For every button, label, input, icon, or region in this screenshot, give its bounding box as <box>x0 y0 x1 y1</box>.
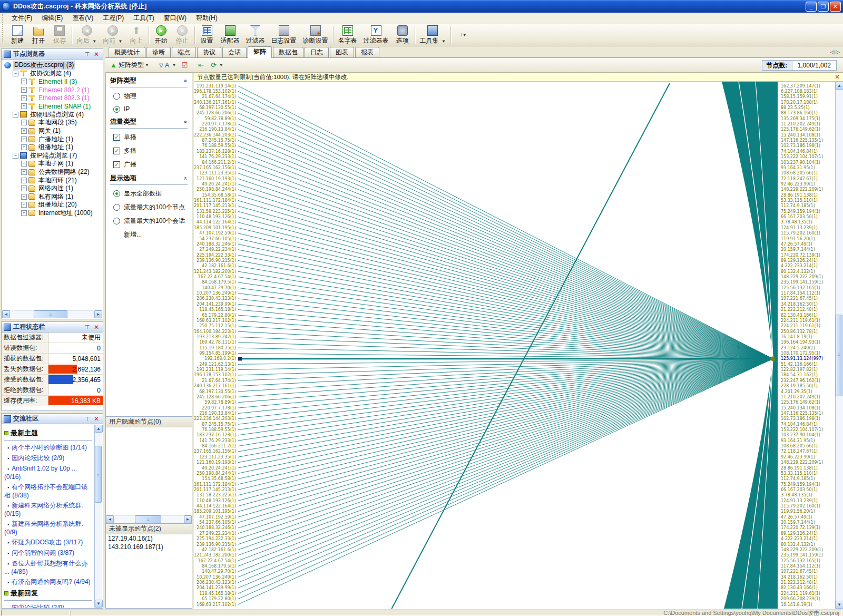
toolbar-button-工具集[interactable]: 工具集 ▼ <box>417 24 449 46</box>
source-ip-label[interactable]: 206.230.43.123(1) <box>194 296 236 301</box>
source-ip-label[interactable]: 76.188.59.55(1) <box>194 427 236 432</box>
tree-expand-icon[interactable]: + <box>21 87 27 93</box>
tree-row[interactable]: +Internet地址 (1000) <box>2 209 102 218</box>
node-ip-label[interactable]: 103.237.90.104(1) <box>781 160 820 165</box>
source-ip-label[interactable]: 84.168.179.5(1) <box>194 280 236 285</box>
node-ip-label[interactable]: 103.237.90.104(1) <box>781 433 820 437</box>
node-ip-label[interactable]: 107.221.67.45(1) <box>781 569 818 574</box>
source-ip-label[interactable]: 220.97.7.178(1) <box>194 406 236 410</box>
source-ip-label[interactable]: 240.188.32.246(1) <box>194 525 236 530</box>
matrix-type-button[interactable]: ▲ 矩阵类型▼ <box>107 60 152 71</box>
node-ip-label[interactable]: 34.218.162.50(1) <box>781 575 818 580</box>
source-ip-label[interactable]: 84.166.211.2(1) <box>194 444 236 448</box>
tree-row[interactable]: −按协议浏览 (4) <box>2 70 102 78</box>
node-ip-label[interactable]: 93.164.31.95(1) <box>781 438 815 443</box>
source-ip-label[interactable]: 115.19.180.75(1) <box>194 346 236 350</box>
source-ip-label[interactable]: 118.45.165.18(1) <box>194 307 236 312</box>
menu-item[interactable]: 帮助(H) <box>191 13 222 24</box>
source-ip-label[interactable]: 191.231.119.14(1) <box>194 367 236 372</box>
source-ip-label[interactable]: 201.117.145.213(1) <box>194 203 236 208</box>
scroll-left-icon[interactable]: ◄ <box>106 515 114 523</box>
source-ip-label[interactable]: 191.231.119.14(1) <box>194 84 236 89</box>
find-node-button[interactable]: 🜄A▼ <box>155 60 179 70</box>
source-ip-label[interactable]: 222.236.144.203(1) <box>194 133 236 138</box>
node-ip-label[interactable]: 74.104.146.84(1) <box>781 149 818 154</box>
source-ip-label[interactable]: 141.76.29.233(1) <box>194 154 236 159</box>
radio-icon[interactable] <box>113 190 120 197</box>
community-topic-link[interactable]: 国内论坛比较 (2/9) <box>4 604 93 608</box>
source-ip-label[interactable]: 47.107.192.59(1) <box>194 231 236 236</box>
menu-item[interactable]: 文件(F) <box>7 13 37 24</box>
toolbar-button-过滤器表[interactable]: 过滤器表 <box>360 24 392 46</box>
source-ip-label[interactable]: 225.194.222.33(1) <box>194 253 236 258</box>
source-ip-label[interactable]: 44.114.122.164(1) <box>194 504 236 509</box>
node-ip-label[interactable]: 4.201.29.35(1) <box>781 389 812 394</box>
node-ip-label[interactable]: 4.222.233.214(1) <box>781 263 818 268</box>
node-ip-label[interactable]: 148.229.222.209(1) <box>781 187 823 192</box>
node-ip-label[interactable]: 124.91.13.239(1) <box>781 498 818 503</box>
checkbox-icon[interactable]: ✓ <box>113 148 120 154</box>
tab-数据包[interactable]: 数据包 <box>273 47 303 57</box>
source-ip-label[interactable]: 121.243.182.200(1) <box>194 269 236 274</box>
tree-row[interactable]: +Ethernet SNAP (1) <box>2 102 102 111</box>
toolbar-button-过滤器[interactable]: 过滤器 <box>243 24 268 46</box>
node-ip-label[interactable]: 47.26.57.49(1) <box>781 242 812 247</box>
node-ip-label[interactable]: 53.33.115.110(1) <box>781 471 818 476</box>
scroll-down-icon[interactable]: ▼ <box>836 601 843 609</box>
tree-expand-icon[interactable]: + <box>21 103 27 109</box>
source-ip-label[interactable]: 185.209.101.195(1) <box>194 509 236 514</box>
tree-row[interactable]: +本地子网 (1) <box>2 160 102 168</box>
source-ip-label[interactable]: 131.58.223.225(1) <box>194 493 236 497</box>
tree-expand-icon[interactable]: − <box>13 71 18 76</box>
node-ip-label[interactable]: 209.66.208.239(1) <box>781 597 820 601</box>
option-显示全部数据[interactable]: 显示全部数据 <box>113 189 188 198</box>
matrix-canvas[interactable]: 191.231.119.14(1)196.178.153.102(1)21.67… <box>194 82 835 609</box>
source-ip-label[interactable]: 141.76.29.233(1) <box>194 438 236 443</box>
source-ip-label[interactable]: 185.209.101.195(1) <box>194 226 236 230</box>
tree-row[interactable]: +Ethernet II (3) <box>2 77 102 86</box>
tree-row[interactable]: −按物理端点浏览 (4) <box>2 111 102 119</box>
tree-expand-icon[interactable]: + <box>21 161 27 167</box>
select-check-button[interactable]: ☑ <box>179 60 192 70</box>
source-ip-label[interactable]: 201.117.145.213(1) <box>194 487 236 492</box>
node-ip-label[interactable]: 125.56.132.165(1) <box>781 286 820 290</box>
source-ip-label[interactable]: 154.35.68.58(1) <box>194 193 236 198</box>
node-ip-label[interactable]: 15.240.134.108(1) <box>781 133 820 138</box>
node-ip-label[interactable]: 115.79.202.160(1) <box>781 231 820 236</box>
tree-expand-icon[interactable]: + <box>21 128 27 134</box>
source-ip-label[interactable]: 196.178.153.102(1) <box>194 89 236 94</box>
source-ip-label[interactable]: 76.188.59.55(1) <box>194 143 236 148</box>
node-ip-label[interactable]: 178.20.17.188(1) <box>781 100 818 105</box>
tab-日志[interactable]: 日志 <box>305 47 329 57</box>
refresh-button[interactable]: ⟳▼ <box>208 60 226 70</box>
close-icon[interactable]: ✕ <box>92 324 101 331</box>
source-ip-label[interactable]: 59.82.78.89(1) <box>194 116 236 121</box>
source-ip-label[interactable]: 250.75.112.15(1) <box>194 324 236 328</box>
radio-icon[interactable] <box>113 106 120 113</box>
option-流量最大的100个节点[interactable]: 流量最大的100个节点 <box>113 203 188 212</box>
node-ip-label[interactable]: 125.56.132.165(1) <box>781 559 820 563</box>
node-ip-label[interactable]: 28.86.191.138(1) <box>781 466 818 471</box>
source-ip-label[interactable]: 110.48.193.126(1) <box>194 214 236 219</box>
node-ip-label[interactable]: 235.199.141.159(1) <box>781 280 823 285</box>
node-ip-label[interactable]: 88.23.5.25(1) <box>781 105 810 110</box>
node-ip-label[interactable]: 224.211.119.61(1) <box>781 591 820 596</box>
tab-协议[interactable]: 协议 <box>197 47 221 57</box>
source-ip-label[interactable]: 87.245.15.75(1) <box>194 138 236 143</box>
export-button[interactable]: ⇤ <box>195 60 208 70</box>
hidden-nodes-scrollbar[interactable]: ◄ ► <box>106 515 192 523</box>
collapse-chevron-icon[interactable]: » <box>181 177 190 180</box>
node-ip-label[interactable]: 124.91.13.239(1) <box>781 226 818 230</box>
toolbar-button-开始[interactable]: ►开始 <box>151 24 172 46</box>
source-ip-label[interactable]: 21.67.64.174(1) <box>194 94 236 99</box>
node-ip-label[interactable]: 153.222.104.107(1) <box>781 154 823 159</box>
community-topic-link[interactable]: 新建科来网络分析系统群. (0/9) <box>4 520 93 536</box>
tree-row[interactable]: +网关 (1) <box>2 127 102 135</box>
source-ip-label[interactable]: 222.236.144.203(1) <box>194 416 236 421</box>
source-ip-label[interactable]: 216.190.13.84(1) <box>194 411 236 416</box>
source-ip-label[interactable]: 168.63.217.102(1) <box>194 602 236 607</box>
close-button[interactable]: ✕ <box>830 2 841 12</box>
source-ip-label[interactable]: 161.111.172.184(1) <box>194 482 236 487</box>
node-ip-label[interactable]: 47.26.57.49(1) <box>781 515 812 520</box>
source-ip-label[interactable]: 44.114.122.164(1) <box>194 220 236 224</box>
